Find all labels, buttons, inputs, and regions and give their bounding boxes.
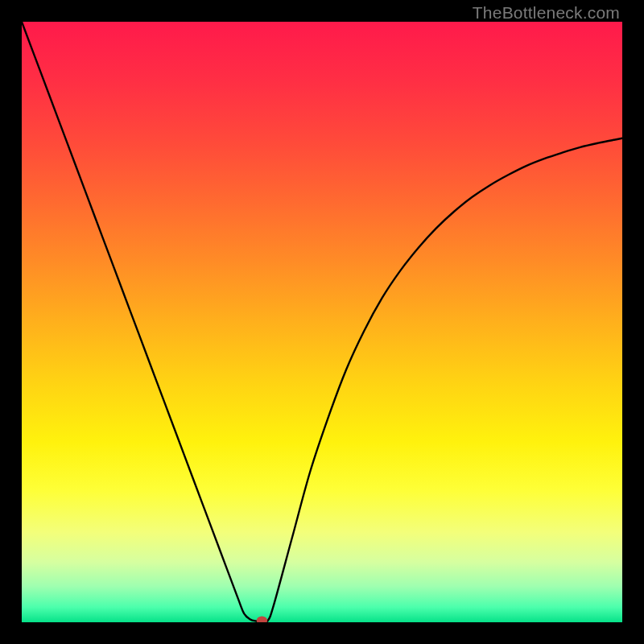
watermark-text: TheBottleneck.com xyxy=(473,3,620,23)
bottleneck-curve xyxy=(22,22,622,621)
plot-area xyxy=(22,22,622,622)
curve-layer xyxy=(22,22,622,622)
chart-frame: TheBottleneck.com xyxy=(0,0,644,644)
minimum-marker xyxy=(257,617,267,622)
